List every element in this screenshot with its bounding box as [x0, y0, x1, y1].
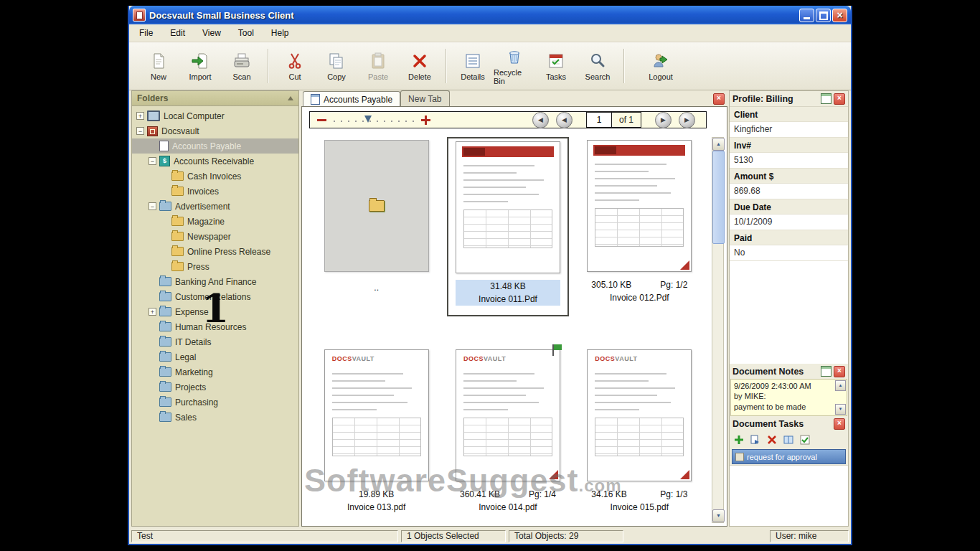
folder-tree-item-online-press-release[interactable]: Online Press Release: [132, 244, 298, 259]
task-item[interactable]: request for approval: [732, 449, 846, 464]
folder-tree-item-it-details[interactable]: IT Details: [132, 334, 298, 349]
folder-tree-item-banking-and-finance[interactable]: Banking And Finance: [132, 274, 298, 289]
delete-task-icon[interactable]: [767, 435, 777, 445]
expand-toggle-icon[interactable]: −: [149, 202, 156, 210]
document-thumbnail[interactable]: ..: [321, 137, 432, 316]
folder-tree-item-expense[interactable]: +Expense: [132, 304, 298, 319]
folder-tree-item-sales[interactable]: Sales: [132, 410, 298, 425]
profile-field-value[interactable]: 5130: [730, 152, 848, 169]
profile-edit-icon[interactable]: [821, 93, 831, 104]
last-page-button[interactable]: ▶: [679, 112, 695, 128]
add-note-icon[interactable]: [821, 366, 831, 377]
tasks-button[interactable]: Tasks: [535, 49, 577, 84]
close-tasks-icon[interactable]: [834, 418, 845, 430]
folder-tree-item-press[interactable]: Press: [132, 259, 298, 274]
zoom-slider-thumb[interactable]: [364, 116, 372, 123]
folder-tree-item-purchasing[interactable]: Purchasing: [132, 395, 298, 410]
profile-field-value[interactable]: 869.68: [730, 183, 848, 199]
folder-tree-item-customer-relations[interactable]: Customer Relations: [132, 289, 298, 304]
folder-tree-item-projects[interactable]: Projects: [132, 380, 298, 395]
collapse-panel-icon[interactable]: [288, 96, 293, 100]
search-button[interactable]: Search: [577, 49, 618, 84]
document-thumbnail[interactable]: DOCSVAULT34.16 KBPg: 1/3Invoice 015.pdf: [584, 347, 694, 523]
notes-scroll-up-icon[interactable]: ▲: [835, 380, 846, 391]
import-button[interactable]: Import: [179, 49, 221, 84]
file-size: 360.41 KB: [460, 489, 500, 499]
page-number-input[interactable]: [587, 113, 612, 127]
file-name: Invoice 011.Pdf: [456, 294, 560, 304]
complete-task-icon[interactable]: [800, 435, 810, 445]
task-history-icon[interactable]: [783, 435, 793, 445]
close-button[interactable]: [832, 9, 847, 22]
close-tab-icon[interactable]: [713, 93, 725, 105]
tab-new-tab[interactable]: New Tab: [400, 90, 449, 106]
previous-page-button[interactable]: ◀: [556, 112, 573, 128]
profile-field-value[interactable]: No: [730, 245, 848, 261]
screen: Docsvault Small Business Client File Edi…: [0, 0, 980, 551]
details-button[interactable]: Details: [452, 49, 494, 84]
scan-button[interactable]: Scan: [221, 49, 263, 84]
folder-tree-item-human-resources[interactable]: Human Resources: [132, 319, 298, 334]
profile-field-value[interactable]: 10/1/2009: [730, 214, 848, 230]
expand-toggle-icon[interactable]: +: [149, 308, 156, 316]
document-thumbnail[interactable]: DOCSVAULT360.41 KBPg: 1/4Invoice 014.pdf: [453, 347, 563, 523]
folder-tree-item-accounts-receivable[interactable]: −Accounts Receivable: [132, 154, 298, 169]
logout-button[interactable]: Logout: [640, 49, 682, 84]
folder-tree-item-local-computer[interactable]: +Local Computer: [132, 108, 298, 123]
paste-button[interactable]: Paste: [357, 49, 399, 84]
document-thumbnail[interactable]: 31.48 KBInvoice 011.Pdf: [447, 137, 569, 316]
vertical-scrollbar[interactable]: ▲ ▼: [712, 137, 724, 523]
document-thumbnail[interactable]: DOCSVAULT19.89 KBInvoice 013.pdf: [321, 347, 432, 523]
first-page-button[interactable]: ◀: [532, 112, 549, 128]
close-notes-icon[interactable]: [834, 366, 845, 377]
add-task-icon[interactable]: [734, 435, 744, 445]
scroll-up-icon[interactable]: ▲: [712, 138, 725, 151]
new-button[interactable]: New: [138, 49, 179, 84]
thumbnail-page-preview[interactable]: [587, 140, 692, 272]
document-thumbnail[interactable]: 305.10 KBPg: 1/2Invoice 012.Pdf: [584, 137, 694, 316]
scroll-down-icon[interactable]: ▼: [712, 509, 725, 522]
cut-button[interactable]: Cut: [274, 49, 316, 84]
zoom-slider[interactable]: [334, 116, 414, 124]
thumbnail-page-preview[interactable]: [456, 141, 560, 273]
folder-tree-item-legal[interactable]: Legal: [132, 349, 298, 364]
thumbnail-page-preview[interactable]: DOCSVAULT: [456, 349, 560, 481]
folder-tree-item-magazine[interactable]: Magazine: [132, 214, 298, 229]
menu-tool[interactable]: Tool: [235, 27, 257, 39]
menu-edit[interactable]: Edit: [167, 27, 188, 39]
folder-label: Invoices: [187, 187, 219, 197]
folder-tree-item-marketing[interactable]: Marketing: [132, 364, 298, 380]
folder-tree-item-accounts-payable[interactable]: Accounts Payable: [132, 138, 298, 154]
scrollbar-thumb[interactable]: [712, 151, 725, 244]
menu-view[interactable]: View: [199, 27, 224, 39]
thumbnail-page-preview[interactable]: DOCSVAULT: [324, 349, 429, 481]
notes-scroll-down-icon[interactable]: ▼: [835, 404, 846, 415]
next-page-button[interactable]: ▶: [655, 112, 672, 128]
close-profile-icon[interactable]: [834, 93, 845, 105]
expand-toggle-icon[interactable]: −: [136, 127, 144, 135]
copy-button[interactable]: Copy: [316, 49, 357, 84]
maximize-button[interactable]: [816, 9, 831, 22]
thumbnail-page-preview[interactable]: DOCSVAULT: [587, 349, 692, 481]
delete-button[interactable]: Delete: [399, 49, 440, 84]
app-window: Docsvault Small Business Client File Edi…: [128, 6, 852, 545]
menu-file[interactable]: File: [136, 27, 156, 39]
zoom-out-icon[interactable]: [317, 119, 326, 121]
profile-field-value[interactable]: Kingficher: [730, 121, 848, 138]
expand-toggle-icon[interactable]: −: [149, 157, 156, 165]
tab-accounts-payable[interactable]: Accounts Payable: [303, 91, 400, 106]
thumbnail-page-preview[interactable]: [324, 140, 429, 272]
folder-tree-item-invoices[interactable]: Invoices: [132, 184, 298, 199]
folder-tree-item-docsvault[interactable]: −Docsvault: [132, 123, 298, 138]
page-count: Pg: 1/3: [660, 489, 687, 499]
minimize-button[interactable]: [799, 9, 814, 22]
assign-task-icon[interactable]: [750, 435, 760, 445]
recycle-bin-button[interactable]: Recycle Bin: [494, 44, 535, 88]
folder-tree-item-newspaper[interactable]: Newspaper: [132, 229, 298, 244]
folder-tree-item-advertisement[interactable]: −Advertisement: [132, 199, 298, 214]
document-notes-header: Document Notes: [730, 364, 848, 379]
folder-tree-item-cash-invoices[interactable]: Cash Invoices: [132, 169, 298, 184]
zoom-in-icon[interactable]: [421, 116, 430, 125]
expand-toggle-icon[interactable]: +: [136, 112, 144, 120]
menu-help[interactable]: Help: [268, 27, 292, 39]
